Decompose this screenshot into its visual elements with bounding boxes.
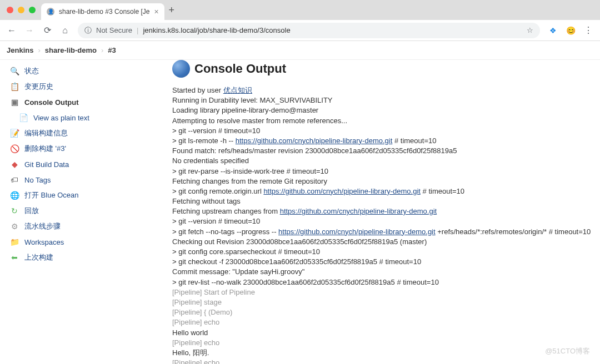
sidebar-icon: ◆ xyxy=(9,159,20,170)
breadcrumb-job[interactable]: share-lib-demo xyxy=(45,46,97,54)
sidebar-icon: 🔍 xyxy=(9,65,20,77)
console-line: Fetching upstream changes from xyxy=(172,207,280,215)
watermark: @51CTO博客 xyxy=(545,346,590,356)
url-text: jenkins.k8s.local/job/share-lib-demo/3/c… xyxy=(143,26,290,34)
console-line: > git fetch --no-tags --progress -- xyxy=(172,228,278,236)
console-line: Started by user xyxy=(172,86,223,94)
sidebar-icon: ⚙ xyxy=(9,221,20,232)
home-icon[interactable]: ⌂ xyxy=(60,26,70,36)
console-line: > git config core.sparsecheckout # timeo… xyxy=(172,247,594,257)
sidebar-item-10[interactable]: ⚙流水线步骤 xyxy=(4,219,172,234)
console-line: > git --version # timeout=10 xyxy=(172,126,594,136)
repo-link[interactable]: https://github.com/cnych/pipeline-librar… xyxy=(236,136,393,145)
console-line: Fetching changes from the remote Git rep… xyxy=(172,176,594,186)
sidebar-item-label: 编辑构建信息 xyxy=(24,128,68,138)
sidebar-item-label: 变更历史 xyxy=(24,82,53,92)
maximize-window-button[interactable] xyxy=(29,7,36,13)
console-output: Started by user 优点知识 Running in Durabili… xyxy=(172,85,594,364)
pipeline-marker: [Pipeline] echo xyxy=(172,338,594,348)
sidebar-item-8[interactable]: 🌐打开 Blue Ocean xyxy=(4,188,172,203)
console-line: Checking out Revision 23000d08bce1aa606f… xyxy=(172,237,594,247)
chevron-right-icon: › xyxy=(101,46,103,54)
console-line: > git ls-remote -h -- xyxy=(172,136,236,145)
tab-title: share-lib-demo #3 Console [Je xyxy=(59,8,149,16)
forward-icon[interactable]: → xyxy=(24,26,34,36)
sidebar-icon: 📋 xyxy=(9,81,20,92)
console-line: Hello world xyxy=(172,328,594,338)
console-line: # timeout=10 xyxy=(421,187,464,195)
window-controls xyxy=(7,7,36,13)
pipeline-marker: [Pipeline] echo xyxy=(172,317,594,327)
breadcrumb-jenkins[interactable]: Jenkins xyxy=(7,46,33,54)
sidebar-item-4[interactable]: 📝编辑构建信息 xyxy=(4,125,172,141)
console-line: > git checkout -f 23000d08bce1aa606f2d05… xyxy=(172,257,594,267)
sidebar-icon: 🏷 xyxy=(9,174,20,185)
sidebar-item-3[interactable]: 📄View as plain text xyxy=(4,110,172,125)
sidebar-icon: 📝 xyxy=(9,128,20,139)
console-line: Running in Durability level: MAX_SURVIVA… xyxy=(172,95,594,105)
pipeline-marker: [Pipeline] stage xyxy=(172,297,594,307)
console-line: No credentials specified xyxy=(172,156,594,166)
console-line: Attempting to resolve master from remote… xyxy=(172,116,594,126)
sidebar-item-label: Console Output xyxy=(24,98,79,107)
pipeline-marker: [Pipeline] { (Demo) xyxy=(172,307,594,317)
sidebar-item-9[interactable]: ↻回放 xyxy=(4,203,172,219)
console-line: Loading library pipeline-library-demo@ma… xyxy=(172,105,594,115)
sidebar-item-label: Workspaces xyxy=(24,238,64,246)
console-line: # timeout=10 xyxy=(392,136,436,145)
console-line: Found match: refs/heads/master revision … xyxy=(172,146,594,156)
console-line: > git rev-list --no-walk 23000d08bce1aa6… xyxy=(172,277,594,287)
browser-toolbar: ← → ⟳ ⌂ ⓘ Not Secure | jenkins.k8s.local… xyxy=(0,20,600,41)
back-icon[interactable]: ← xyxy=(7,26,17,36)
menu-icon[interactable]: ⋮ xyxy=(583,25,593,36)
sidebar-item-2[interactable]: ▣Console Output xyxy=(4,94,172,110)
sidebar-item-0[interactable]: 🔍状态 xyxy=(4,63,172,79)
info-icon: ⓘ xyxy=(84,26,92,36)
sidebar-item-11[interactable]: 📁Workspaces xyxy=(4,234,172,250)
sidebar-item-7[interactable]: 🏷No Tags xyxy=(4,172,172,188)
console-line: +refs/heads/*:refs/remotes/origin/* # ti… xyxy=(436,228,591,236)
repo-link[interactable]: https://github.com/cnych/pipeline-librar… xyxy=(280,207,437,215)
window-titlebar: 👤 share-lib-demo #3 Console [Je × + xyxy=(0,0,600,20)
sidebar-icon: ↻ xyxy=(9,205,20,216)
repo-link[interactable]: https://github.com/cnych/pipeline-librar… xyxy=(263,187,421,195)
chevron-right-icon: › xyxy=(38,46,40,54)
close-tab-icon[interactable]: × xyxy=(154,7,158,16)
address-bar[interactable]: ⓘ Not Secure | jenkins.k8s.local/job/sha… xyxy=(78,23,540,38)
minimize-window-button[interactable] xyxy=(18,7,24,13)
user-link[interactable]: 优点知识 xyxy=(223,86,252,94)
jenkins-favicon-icon: 👤 xyxy=(47,8,54,16)
sidebar-item-1[interactable]: 📋变更历史 xyxy=(4,79,172,94)
sidebar: 🔍状态📋变更历史▣Console Output📄View as plain te… xyxy=(0,60,172,364)
repo-link[interactable]: https://github.com/cnych/pipeline-librar… xyxy=(278,228,436,236)
profile-icon[interactable]: 😊 xyxy=(566,26,576,36)
close-window-button[interactable] xyxy=(7,7,13,13)
sidebar-item-12[interactable]: ⬅上次构建 xyxy=(4,250,172,265)
pipeline-marker: [Pipeline] Start of Pipeline xyxy=(172,287,594,297)
sidebar-icon: 🌐 xyxy=(9,190,20,201)
new-tab-button[interactable]: + xyxy=(169,4,175,16)
sidebar-item-label: 状态 xyxy=(24,66,39,76)
sidebar-item-label: 流水线步骤 xyxy=(24,221,61,231)
sidebar-item-6[interactable]: ◆Git Build Data xyxy=(4,156,172,172)
content-area: Console Output Started by user 优点知识 Runn… xyxy=(172,60,600,364)
addr-divider: | xyxy=(137,26,138,34)
browser-tab[interactable]: 👤 share-lib-demo #3 Console [Je × xyxy=(41,3,164,20)
bookmark-icon[interactable]: ☆ xyxy=(527,26,533,34)
console-line: Fetching without tags xyxy=(172,196,594,206)
sidebar-icon: ⬅ xyxy=(9,252,20,263)
sidebar-icon: 📁 xyxy=(9,236,20,247)
page-title: Console Output xyxy=(194,62,286,76)
sidebar-item-label: 删除构建 '#3' xyxy=(24,144,66,154)
extension-icon[interactable]: ❖ xyxy=(548,26,558,36)
console-line: > git --version # timeout=10 xyxy=(172,216,594,226)
breadcrumb-build[interactable]: #3 xyxy=(108,46,116,54)
sidebar-icon: 📄 xyxy=(18,112,29,123)
sidebar-item-5[interactable]: 🚫删除构建 '#3' xyxy=(4,141,172,156)
sidebar-item-label: Git Build Data xyxy=(24,160,69,169)
sidebar-item-label: View as plain text xyxy=(33,114,89,122)
reload-icon[interactable]: ⟳ xyxy=(42,25,52,36)
sidebar-icon: ▣ xyxy=(9,97,20,108)
sidebar-icon: 🚫 xyxy=(9,143,20,154)
sidebar-item-label: 回放 xyxy=(24,206,39,216)
